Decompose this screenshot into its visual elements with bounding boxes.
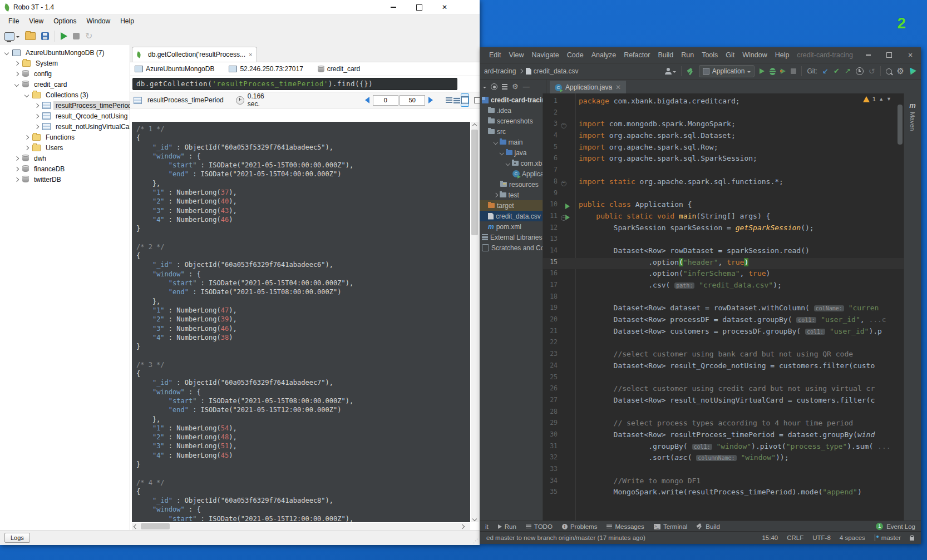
locate-file-button[interactable] bbox=[491, 83, 497, 90]
menu-item-analyze[interactable]: Analyze bbox=[588, 49, 620, 61]
query-input[interactable]: db.getCollection('resultProcess_timePeri… bbox=[132, 78, 457, 90]
close-tab-icon[interactable]: × bbox=[249, 51, 252, 58]
toolwindow-button-terminal[interactable]: >_Terminal bbox=[654, 523, 687, 530]
menu-item-run[interactable]: Run bbox=[677, 49, 698, 61]
settings-button[interactable]: ⚙ bbox=[897, 67, 904, 75]
scroll-right-icon[interactable] bbox=[460, 524, 465, 528]
result-horizontal-scrollbar[interactable] bbox=[132, 523, 470, 530]
scroll-down-icon[interactable] bbox=[471, 515, 479, 522]
tree-item-resultprocess-timeperiod[interactable]: resultProcess_timePeriod bbox=[0, 100, 130, 111]
toolwindow-button-problems[interactable]: !Problems bbox=[562, 523, 598, 530]
chevron-right-icon[interactable] bbox=[14, 156, 19, 160]
chevron-right-icon[interactable] bbox=[14, 166, 19, 171]
tree-item-functions[interactable]: Functions bbox=[0, 132, 130, 142]
chevron-down-icon[interactable] bbox=[500, 151, 504, 155]
project-item-credit-data-csv[interactable]: credit_data.csv bbox=[480, 211, 543, 221]
build-project-button[interactable] bbox=[687, 68, 694, 75]
menu-item-code[interactable]: Code bbox=[563, 49, 588, 61]
project-item-idea[interactable]: .idea bbox=[480, 105, 543, 116]
indent-widget[interactable]: 4 spaces bbox=[840, 534, 865, 541]
menu-item-window[interactable]: Window bbox=[738, 49, 771, 61]
close-button[interactable] bbox=[900, 47, 921, 63]
line-separator-widget[interactable]: CRLF bbox=[787, 534, 803, 541]
menu-item-file[interactable]: File bbox=[3, 16, 24, 26]
tree-item-credit-card[interactable]: credit_card bbox=[0, 79, 130, 90]
code-editor[interactable]: 1 ▲ ▼ 1package com.xbank.bigdata.creditc… bbox=[543, 93, 904, 521]
tree-item-azureubuntumongodb-7[interactable]: AzureUbuntuMongoDB (7) bbox=[0, 47, 130, 58]
project-item-pom-xml[interactable]: mpom.xml bbox=[480, 221, 543, 232]
menu-item-view[interactable]: View bbox=[505, 49, 528, 61]
page-size-input[interactable] bbox=[400, 95, 425, 106]
event-log-button[interactable]: 1Event Log bbox=[876, 523, 915, 530]
menu-item-edit[interactable]: Edit bbox=[485, 49, 505, 61]
tree-item-financedb[interactable]: financeDB bbox=[0, 163, 130, 174]
toolwindow-button-messages[interactable]: Messages bbox=[607, 523, 644, 530]
chevron-right-icon[interactable] bbox=[24, 135, 29, 139]
resize-grip[interactable]: ⋰ bbox=[473, 538, 479, 544]
scroll-left-icon[interactable] bbox=[134, 524, 138, 528]
menu-item-view[interactable]: View bbox=[24, 16, 48, 26]
next-problem-icon[interactable]: ▼ bbox=[886, 96, 891, 102]
tree-item-result-qrcode-notusing[interactable]: result_Qrcode_notUsing bbox=[0, 111, 130, 121]
project-item-com-xbank-b[interactable]: com.xbank.b bbox=[480, 158, 543, 169]
menu-item-help[interactable]: Help bbox=[771, 49, 793, 61]
tree-item-twitterdb[interactable]: twitterDB bbox=[0, 174, 130, 185]
breadcrumb[interactable]: ard-tracing bbox=[484, 67, 516, 75]
connect-button[interactable] bbox=[4, 32, 19, 41]
run-line-icon[interactable] bbox=[565, 204, 570, 209]
project-item-test[interactable]: test bbox=[480, 190, 543, 200]
text-mode-button[interactable] bbox=[461, 93, 469, 107]
menu-item-tools[interactable]: Tools bbox=[698, 49, 722, 61]
chevron-down-icon[interactable] bbox=[14, 82, 19, 86]
chevron-right-icon[interactable] bbox=[14, 177, 19, 181]
project-item-credit-card-tracing[interactable]: credit-card-tracingC:\Us bbox=[480, 95, 543, 105]
close-button[interactable] bbox=[432, 0, 457, 14]
tree-item-dwh[interactable]: dwh bbox=[0, 153, 130, 163]
scrollbar-thumb[interactable] bbox=[471, 130, 478, 235]
tree-item-collections-3[interactable]: Collections (3) bbox=[0, 90, 130, 100]
project-item-external-libraries[interactable]: External Libraries bbox=[480, 232, 543, 242]
run-button[interactable] bbox=[760, 68, 765, 74]
chevron-down-icon[interactable] bbox=[483, 87, 486, 90]
menu-item-window[interactable]: Window bbox=[82, 16, 116, 26]
fold-icon[interactable]: − bbox=[561, 215, 566, 221]
stop-button[interactable] bbox=[791, 68, 796, 74]
toolwindow-button-it[interactable]: it bbox=[485, 523, 489, 530]
open-file-button[interactable] bbox=[25, 32, 36, 40]
maximize-button[interactable] bbox=[406, 0, 432, 14]
toolwindow-button-todo[interactable]: TODO bbox=[526, 523, 553, 530]
menu-item-help[interactable]: Help bbox=[115, 16, 139, 26]
chevron-right-icon[interactable] bbox=[24, 145, 29, 150]
prev-problem-icon[interactable]: ▲ bbox=[879, 96, 884, 102]
page-back-button[interactable] bbox=[362, 97, 369, 103]
chevron-right-icon[interactable] bbox=[494, 193, 498, 197]
chevron-right-icon[interactable] bbox=[34, 103, 39, 107]
chevron-down-icon[interactable] bbox=[494, 140, 498, 145]
run-configuration-select[interactable]: Application bbox=[699, 65, 755, 77]
menu-item-navigate[interactable]: Navigate bbox=[527, 49, 563, 61]
maximize-button[interactable] bbox=[879, 47, 900, 63]
hide-panel-button[interactable]: — bbox=[523, 83, 530, 91]
breadcrumb-file[interactable]: credit_data.csv bbox=[534, 67, 579, 75]
tree-item-users[interactable]: Users bbox=[0, 142, 130, 153]
project-item-target[interactable]: target bbox=[480, 200, 543, 211]
git-branch-widget[interactable]: master bbox=[874, 534, 901, 541]
tree-mode-button[interactable] bbox=[445, 93, 453, 107]
fold-icon[interactable]: − bbox=[561, 123, 566, 128]
rollback-button[interactable]: ↺ bbox=[869, 68, 875, 75]
menu-item-build[interactable]: Build bbox=[654, 49, 677, 61]
history-button[interactable] bbox=[856, 67, 864, 75]
logs-button[interactable]: Logs bbox=[4, 533, 30, 543]
chevron-down-icon[interactable] bbox=[506, 161, 510, 166]
git-push-button[interactable]: ↗ bbox=[845, 68, 851, 75]
result-vertical-scrollbar[interactable] bbox=[471, 122, 479, 522]
menu-item-git[interactable]: Git bbox=[722, 49, 738, 61]
toolwindow-button-build[interactable]: Build bbox=[697, 523, 720, 530]
debug-button[interactable] bbox=[770, 68, 776, 75]
collapse-all-button[interactable] bbox=[502, 84, 507, 90]
page-forward-button[interactable] bbox=[428, 97, 436, 103]
tree-item-system[interactable]: System bbox=[0, 58, 130, 68]
project-item-java[interactable]: java bbox=[480, 147, 543, 158]
project-item-src[interactable]: src bbox=[480, 126, 543, 137]
lock-icon[interactable] bbox=[910, 537, 914, 541]
